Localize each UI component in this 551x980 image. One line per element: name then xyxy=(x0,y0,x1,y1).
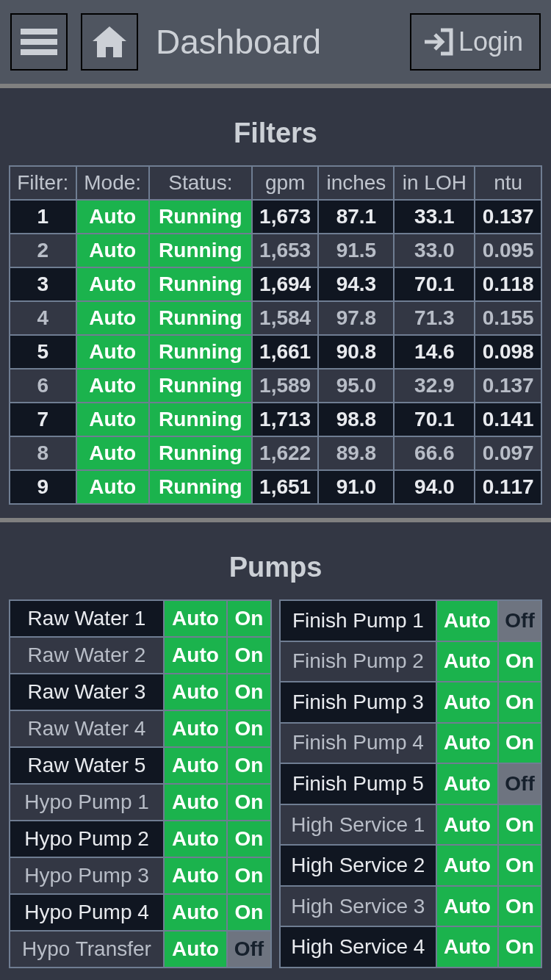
pump-row[interactable]: Hypo TransferAutoOff xyxy=(10,932,270,967)
pump-state: On xyxy=(499,724,541,763)
pump-row[interactable]: Finish Pump 4AutoOn xyxy=(281,724,541,763)
svg-rect-2 xyxy=(21,49,57,55)
login-button[interactable]: Login xyxy=(410,13,541,71)
filter-cell: Auto xyxy=(77,403,148,436)
pump-row[interactable]: High Service 1AutoOn xyxy=(281,805,541,845)
pump-row[interactable]: Finish Pump 3AutoOn xyxy=(281,682,541,722)
filter-cell: 0.097 xyxy=(475,437,541,469)
login-label: Login xyxy=(458,26,523,57)
pump-state: On xyxy=(228,711,270,746)
filter-cell: 5 xyxy=(10,336,76,368)
pump-row[interactable]: Raw Water 1AutoOn xyxy=(10,601,270,636)
hamburger-icon xyxy=(21,27,57,57)
filter-cell: 90.8 xyxy=(319,336,393,368)
pump-name: Finish Pump 4 xyxy=(281,724,436,763)
filters-table: Filter:Mode:Status:gpminchesin LOHntu 1A… xyxy=(9,165,542,505)
pump-row[interactable]: High Service 3AutoOn xyxy=(281,887,541,926)
pump-name: Finish Pump 3 xyxy=(281,682,436,722)
filter-row[interactable]: 3AutoRunning1,69494.370.10.118 xyxy=(10,268,541,300)
pump-mode: Auto xyxy=(437,927,497,967)
home-button[interactable] xyxy=(81,13,138,71)
filter-cell: 0.095 xyxy=(475,234,541,267)
pump-row[interactable]: High Service 4AutoOn xyxy=(281,927,541,967)
pump-state: On xyxy=(499,642,541,682)
pump-state: On xyxy=(228,785,270,820)
filters-col-header: gpm xyxy=(253,167,318,199)
pump-row[interactable]: Hypo Pump 4AutoOn xyxy=(10,895,270,930)
filter-row[interactable]: 1AutoRunning1,67387.133.10.137 xyxy=(10,201,541,233)
filter-cell: 70.1 xyxy=(395,403,474,436)
filter-cell: 0.117 xyxy=(475,471,541,503)
filter-cell: Auto xyxy=(77,471,148,503)
filter-cell: 87.1 xyxy=(319,201,393,233)
filters-col-header: Status: xyxy=(150,167,251,199)
filters-col-header: ntu xyxy=(475,167,541,199)
filters-col-header: Mode: xyxy=(77,167,148,199)
pump-state: Off xyxy=(499,764,541,804)
filter-cell: 8 xyxy=(10,437,76,469)
filters-panel: Filters Filter:Mode:Status:gpminchesin L… xyxy=(0,88,551,518)
filter-row[interactable]: 4AutoRunning1,58497.871.30.155 xyxy=(10,302,541,334)
pump-state: On xyxy=(499,682,541,722)
pump-mode: Auto xyxy=(165,895,226,930)
pump-row[interactable]: Finish Pump 5AutoOff xyxy=(281,764,541,804)
filter-cell: Running xyxy=(150,403,251,436)
pump-row[interactable]: High Service 2AutoOn xyxy=(281,846,541,885)
filter-cell: 98.8 xyxy=(319,403,393,436)
filter-cell: 1,694 xyxy=(253,268,318,300)
pump-name: Hypo Pump 1 xyxy=(10,785,163,820)
svg-rect-0 xyxy=(21,29,57,35)
pump-mode: Auto xyxy=(437,846,497,885)
filter-cell: 94.3 xyxy=(319,268,393,300)
filter-row[interactable]: 7AutoRunning1,71398.870.10.141 xyxy=(10,403,541,436)
pump-name: High Service 3 xyxy=(281,887,436,926)
filter-cell: 1,622 xyxy=(253,437,318,469)
filters-col-header: Filter: xyxy=(10,167,76,199)
filter-cell: 33.1 xyxy=(395,201,474,233)
filter-cell: 0.141 xyxy=(475,403,541,436)
pump-row[interactable]: Raw Water 4AutoOn xyxy=(10,711,270,746)
filter-row[interactable]: 5AutoRunning1,66190.814.60.098 xyxy=(10,336,541,368)
pump-name: Hypo Transfer xyxy=(10,932,163,967)
pump-name: High Service 1 xyxy=(281,805,436,845)
pump-row[interactable]: Finish Pump 1AutoOff xyxy=(281,601,541,641)
pump-row[interactable]: Hypo Pump 3AutoOn xyxy=(10,858,270,893)
pump-mode: Auto xyxy=(437,805,497,845)
filter-cell: Running xyxy=(150,201,251,233)
pump-name: Hypo Pump 3 xyxy=(10,858,163,893)
filter-cell: Running xyxy=(150,234,251,267)
filter-cell: 0.118 xyxy=(475,268,541,300)
filter-cell: 71.3 xyxy=(395,302,474,334)
filter-cell: 1,661 xyxy=(253,336,318,368)
pump-state: On xyxy=(228,601,270,636)
login-icon xyxy=(422,27,454,57)
filter-row[interactable]: 8AutoRunning1,62289.866.60.097 xyxy=(10,437,541,469)
pump-state: On xyxy=(228,748,270,783)
pump-mode: Auto xyxy=(437,682,497,722)
pump-name: Raw Water 1 xyxy=(10,601,163,636)
filter-cell: 32.9 xyxy=(395,370,474,402)
pump-name: High Service 4 xyxy=(281,927,436,967)
filter-row[interactable]: 6AutoRunning1,58995.032.90.137 xyxy=(10,370,541,402)
filter-row[interactable]: 2AutoRunning1,65391.533.00.095 xyxy=(10,234,541,267)
filter-cell: 97.8 xyxy=(319,302,393,334)
filter-cell: 94.0 xyxy=(395,471,474,503)
pump-row[interactable]: Raw Water 5AutoOn xyxy=(10,748,270,783)
pump-row[interactable]: Raw Water 3AutoOn xyxy=(10,674,270,710)
filter-row[interactable]: 9AutoRunning1,65191.094.00.117 xyxy=(10,471,541,503)
pump-name: Hypo Pump 4 xyxy=(10,895,163,930)
pump-state: On xyxy=(228,821,270,857)
pump-mode: Auto xyxy=(165,821,226,857)
pump-mode: Auto xyxy=(437,601,497,641)
filter-cell: 33.0 xyxy=(395,234,474,267)
pump-mode: Auto xyxy=(437,642,497,682)
pump-row[interactable]: Hypo Pump 2AutoOn xyxy=(10,821,270,857)
menu-button[interactable] xyxy=(10,13,68,71)
pump-mode: Auto xyxy=(165,601,226,636)
pump-row[interactable]: Raw Water 2AutoOn xyxy=(10,638,270,673)
pump-row[interactable]: Hypo Pump 1AutoOn xyxy=(10,785,270,820)
pumps-heading: Pumps xyxy=(9,552,542,583)
filter-cell: 1,651 xyxy=(253,471,318,503)
filter-cell: Auto xyxy=(77,201,148,233)
pump-row[interactable]: Finish Pump 2AutoOn xyxy=(281,642,541,682)
